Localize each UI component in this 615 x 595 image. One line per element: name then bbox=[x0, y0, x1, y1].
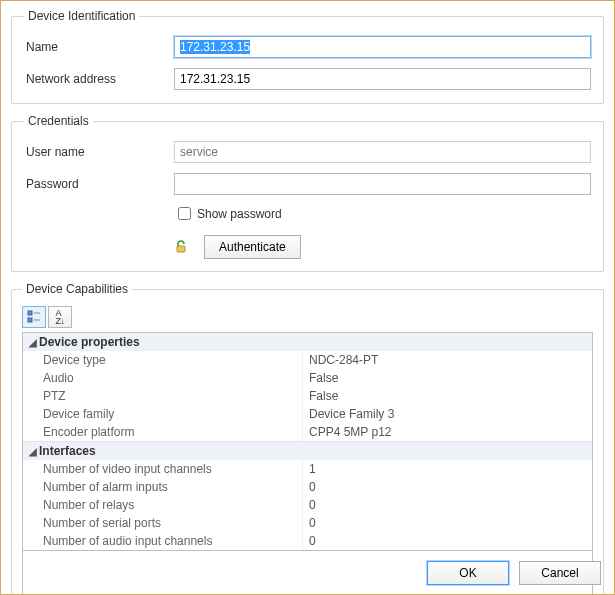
device-capabilities-group: Device Capabilities AZ↓ ◢Device properti… bbox=[11, 282, 604, 595]
property-name: Number of relays bbox=[23, 496, 303, 514]
property-value: NDC-284-PT bbox=[303, 351, 592, 369]
property-name: Number of audio input channels bbox=[23, 532, 303, 550]
categorized-view-button[interactable] bbox=[22, 306, 46, 328]
property-row[interactable]: AudioFalse bbox=[23, 369, 592, 387]
property-value: 1 bbox=[303, 460, 592, 478]
property-grid[interactable]: ◢Device propertiesDevice typeNDC-284-PTA… bbox=[22, 332, 593, 551]
property-category-label: Interfaces bbox=[39, 444, 96, 458]
property-name: Device family bbox=[23, 405, 303, 423]
authenticate-button[interactable]: Authenticate bbox=[204, 235, 301, 259]
property-row[interactable]: Encoder platformCPP4 5MP p12 bbox=[23, 423, 592, 441]
ok-button[interactable]: OK bbox=[427, 561, 509, 585]
property-name: Audio bbox=[23, 369, 303, 387]
property-value: 0 bbox=[303, 514, 592, 532]
device-capabilities-legend: Device Capabilities bbox=[22, 282, 132, 296]
property-row[interactable]: PTZFalse bbox=[23, 387, 592, 405]
property-value: 0 bbox=[303, 532, 592, 550]
device-identification-legend: Device Identification bbox=[24, 9, 139, 23]
property-category-header[interactable]: ◢Device properties bbox=[23, 333, 592, 351]
property-name: Number of video input channels bbox=[23, 460, 303, 478]
credentials-legend: Credentials bbox=[24, 114, 93, 128]
name-input[interactable] bbox=[174, 36, 591, 58]
property-row[interactable]: Number of video input channels1 bbox=[23, 460, 592, 478]
property-row[interactable]: Device typeNDC-284-PT bbox=[23, 351, 592, 369]
property-name: PTZ bbox=[23, 387, 303, 405]
property-name: Number of alarm inputs bbox=[23, 478, 303, 496]
categorized-view-icon bbox=[27, 310, 41, 324]
collapse-icon: ◢ bbox=[27, 446, 39, 457]
property-name: Encoder platform bbox=[23, 423, 303, 441]
property-name: Number of serial ports bbox=[23, 514, 303, 532]
alphabetical-view-button[interactable]: AZ↓ bbox=[48, 306, 72, 328]
network-address-label: Network address bbox=[24, 72, 174, 86]
svg-rect-2 bbox=[28, 318, 32, 322]
cancel-button[interactable]: Cancel bbox=[519, 561, 601, 585]
sort-az-icon: AZ↓ bbox=[56, 309, 65, 325]
property-value: False bbox=[303, 387, 592, 405]
property-value: CPP4 5MP p12 bbox=[303, 423, 592, 441]
property-value: Device Family 3 bbox=[303, 405, 592, 423]
property-row[interactable]: Number of alarm inputs0 bbox=[23, 478, 592, 496]
property-row[interactable]: Number of audio input channels0 bbox=[23, 532, 592, 550]
show-password-checkbox[interactable] bbox=[178, 207, 191, 220]
network-address-input[interactable] bbox=[174, 68, 591, 90]
password-label: Password bbox=[24, 177, 174, 191]
property-value: 0 bbox=[303, 478, 592, 496]
username-label: User name bbox=[24, 145, 174, 159]
property-name: Device type bbox=[23, 351, 303, 369]
svg-rect-1 bbox=[28, 311, 32, 315]
property-category-header[interactable]: ◢Interfaces bbox=[23, 441, 592, 460]
property-row[interactable]: Number of relays0 bbox=[23, 496, 592, 514]
username-input[interactable] bbox=[174, 141, 591, 163]
show-password-label: Show password bbox=[197, 207, 282, 221]
unlock-icon bbox=[174, 239, 190, 255]
property-value: 0 bbox=[303, 496, 592, 514]
svg-rect-0 bbox=[177, 246, 185, 252]
property-category-label: Device properties bbox=[39, 335, 140, 349]
property-row[interactable]: Device familyDevice Family 3 bbox=[23, 405, 592, 423]
password-input[interactable] bbox=[174, 173, 591, 195]
name-label: Name bbox=[24, 40, 174, 54]
property-row[interactable]: Number of serial ports0 bbox=[23, 514, 592, 532]
credentials-group: Credentials User name Password Show pass… bbox=[11, 114, 604, 272]
device-identification-group: Device Identification Name Network addre… bbox=[11, 9, 604, 104]
property-value: False bbox=[303, 369, 592, 387]
collapse-icon: ◢ bbox=[27, 337, 39, 348]
